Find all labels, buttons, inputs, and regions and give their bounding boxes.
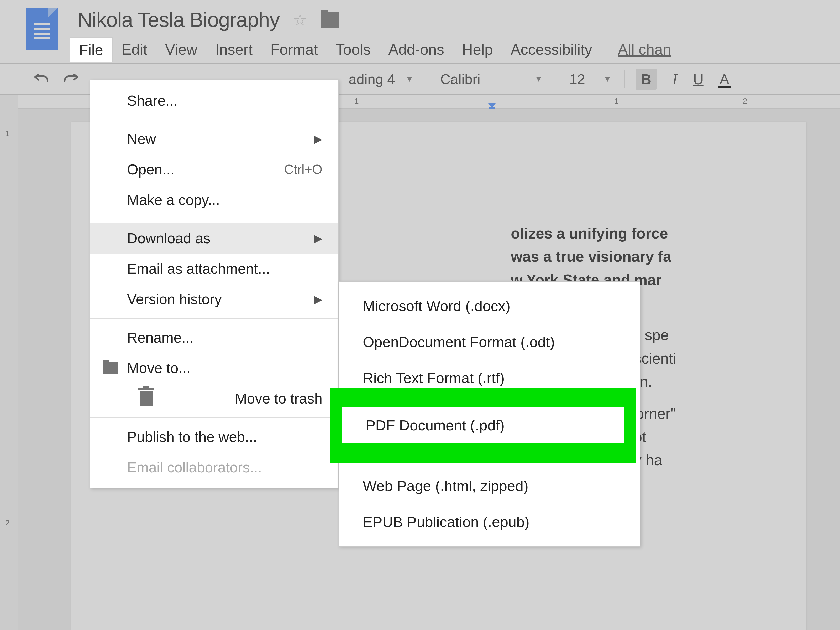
folder-icon[interactable]: [321, 12, 339, 28]
menu-addons[interactable]: Add-ons: [380, 37, 453, 62]
menubar: File Edit View Insert Format Tools Add-o…: [69, 37, 840, 62]
paragraph-style-dropdown[interactable]: ading 4 ▼: [338, 71, 424, 87]
fontsize-label: 12: [569, 71, 585, 87]
menu-move-to-trash[interactable]: Move to trash: [90, 383, 338, 414]
submenu-html[interactable]: Web Page (.html, zipped): [339, 468, 640, 504]
menu-tools[interactable]: Tools: [327, 37, 380, 62]
menu-insert[interactable]: Insert: [206, 37, 262, 62]
bold-button[interactable]: B: [628, 64, 665, 94]
chevron-down-icon: ▼: [603, 74, 611, 84]
menu-email-collaborators[interactable]: Email collaborators...: [90, 452, 338, 483]
submenu-odt[interactable]: OpenDocument Format (.odt): [339, 324, 640, 360]
doc-text: was a true visionary fa: [511, 245, 779, 268]
menu-accessibility[interactable]: Accessibility: [502, 37, 601, 62]
submenu-epub[interactable]: EPUB Publication (.epub): [339, 504, 640, 540]
highlight-annotation: PDF Document (.pdf): [330, 388, 636, 463]
ruler-tick: 1: [354, 97, 359, 105]
chevron-right-icon: ▶: [314, 133, 322, 145]
menu-new[interactable]: New▶: [90, 124, 338, 154]
folder-icon: [103, 362, 118, 374]
redo-button[interactable]: [56, 64, 86, 94]
submenu-docx[interactable]: Microsoft Word (.docx): [339, 288, 640, 324]
paragraph-style-label: ading 4: [349, 71, 395, 87]
document-title[interactable]: Nikola Tesla Biography: [77, 8, 279, 32]
menu-rename[interactable]: Rename...: [90, 322, 338, 353]
undo-button[interactable]: [26, 64, 56, 94]
docs-app-icon[interactable]: [26, 8, 58, 50]
menu-move-to[interactable]: Move to...: [90, 353, 338, 383]
menu-email-attachment[interactable]: Email as attachment...: [90, 253, 338, 284]
ruler-tick: 1: [614, 97, 619, 105]
vertical-ruler[interactable]: 1 2: [0, 109, 18, 630]
file-menu-dropdown: Share... New▶ Open...Ctrl+O Make a copy.…: [90, 79, 339, 488]
star-icon[interactable]: ☆: [293, 10, 307, 29]
chevron-down-icon: ▼: [535, 74, 543, 84]
menu-help[interactable]: Help: [453, 37, 502, 62]
trash-icon: [140, 391, 153, 406]
font-label: Calibri: [440, 71, 480, 87]
fontsize-dropdown[interactable]: 12 ▼: [559, 71, 622, 87]
underline-button[interactable]: U: [685, 64, 711, 94]
text-color-button[interactable]: A: [712, 64, 737, 94]
shortcut-label: Ctrl+O: [284, 162, 322, 177]
menu-file[interactable]: File: [69, 37, 113, 62]
menu-version-history[interactable]: Version history▶: [90, 284, 338, 315]
chevron-right-icon: ▶: [314, 232, 322, 244]
menu-edit[interactable]: Edit: [113, 37, 156, 62]
font-dropdown[interactable]: Calibri ▼: [430, 71, 553, 87]
ruler-tick: 2: [743, 97, 747, 105]
menu-publish-web[interactable]: Publish to the web...: [90, 422, 338, 452]
menu-share[interactable]: Share...: [90, 85, 338, 116]
chevron-down-icon: ▼: [406, 74, 414, 84]
menu-open[interactable]: Open...Ctrl+O: [90, 154, 338, 185]
menu-format[interactable]: Format: [261, 37, 327, 62]
indent-marker[interactable]: [488, 103, 496, 108]
menu-make-copy[interactable]: Make a copy...: [90, 185, 338, 215]
menu-download-as[interactable]: Download as▶: [90, 223, 338, 253]
submenu-pdf[interactable]: PDF Document (.pdf): [341, 407, 624, 443]
changes-link[interactable]: All chan: [609, 37, 680, 62]
chevron-right-icon: ▶: [314, 293, 322, 305]
menu-view[interactable]: View: [156, 37, 206, 62]
doc-text: olizes a unifying force: [511, 222, 779, 245]
italic-button[interactable]: I: [665, 64, 685, 94]
